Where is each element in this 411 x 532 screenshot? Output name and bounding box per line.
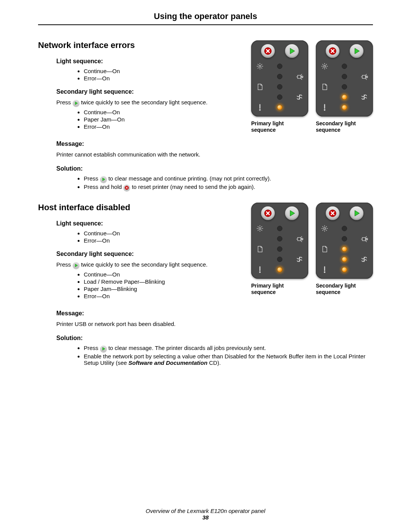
list-item: Continue—On bbox=[84, 68, 244, 74]
list-item: Error—On bbox=[84, 123, 244, 130]
ready-led bbox=[342, 64, 347, 69]
solution-list: Press to clear message and continue prin… bbox=[38, 175, 373, 191]
jam-led bbox=[342, 257, 347, 262]
list-item: Enable the network port by selecting a v… bbox=[84, 353, 373, 366]
continue-icon bbox=[73, 100, 80, 107]
section-heading: Host interface disabled bbox=[38, 203, 244, 212]
continue-icon bbox=[100, 345, 107, 352]
continue-icon bbox=[73, 262, 80, 269]
jam-icon bbox=[360, 255, 368, 264]
cancel-button bbox=[261, 44, 275, 58]
error-icon bbox=[320, 103, 329, 112]
paper-icon bbox=[256, 245, 264, 253]
cancel-button bbox=[326, 44, 339, 58]
continue-button bbox=[350, 44, 363, 58]
panel-caption: Secondary light sequence bbox=[316, 283, 373, 296]
paper-icon bbox=[256, 83, 264, 91]
toner-icon bbox=[295, 235, 304, 243]
list-item: Press to clear message. The printer disc… bbox=[84, 345, 373, 352]
list-item: Error—On bbox=[84, 237, 244, 244]
error-led bbox=[277, 105, 282, 110]
list-item: Continue—On bbox=[84, 230, 244, 236]
ready-icon bbox=[256, 62, 264, 70]
secondary-instruction: Press twice quickly to see the secondary… bbox=[56, 260, 244, 269]
message-label: Message: bbox=[56, 141, 373, 147]
continue-button bbox=[285, 206, 299, 220]
panel-caption: Primary light sequence bbox=[251, 283, 308, 296]
ready-icon bbox=[320, 62, 329, 70]
toner-led bbox=[342, 236, 347, 241]
light-sequence-list: Continue—On Error—On bbox=[38, 230, 244, 244]
error-led bbox=[342, 267, 347, 272]
list-item: Load / Remove Paper—Blinking bbox=[84, 278, 244, 285]
jam-led bbox=[277, 257, 282, 262]
cancel-button bbox=[261, 206, 275, 220]
solution-label: Solution: bbox=[56, 335, 373, 342]
section-heading: Network interface errors bbox=[38, 40, 244, 50]
list-item: Continue—On bbox=[84, 109, 244, 115]
paper-led bbox=[277, 84, 282, 89]
title-rule bbox=[38, 24, 373, 25]
list-item: Press and hold to reset printer (may nee… bbox=[84, 184, 373, 191]
page-footer: Overview of the Lexmark E120n operator p… bbox=[0, 508, 411, 521]
list-item: Press to clear message and continue prin… bbox=[84, 175, 373, 183]
ready-led bbox=[277, 226, 282, 231]
ready-led bbox=[342, 226, 347, 231]
cancel-icon bbox=[123, 184, 130, 191]
list-item: Paper Jam—Blinking bbox=[84, 286, 244, 292]
toner-led bbox=[342, 74, 347, 79]
toner-icon bbox=[360, 72, 368, 81]
secondary-sequence-label: Secondary light sequence: bbox=[56, 88, 244, 95]
jam-icon bbox=[295, 255, 304, 264]
paper-icon bbox=[320, 83, 329, 91]
paper-icon bbox=[320, 245, 329, 253]
cancel-button bbox=[326, 206, 339, 220]
footer-caption: Overview of the Lexmark E120n operator p… bbox=[146, 508, 265, 514]
paper-led bbox=[342, 246, 347, 252]
paper-led bbox=[277, 246, 282, 252]
error-led bbox=[342, 105, 347, 110]
list-item: Error—On bbox=[84, 75, 244, 81]
secondary-sequence-list: Continue—On Load / Remove Paper—Blinking… bbox=[38, 271, 244, 299]
jam-icon bbox=[295, 93, 304, 101]
jam-led bbox=[342, 94, 347, 100]
secondary-instruction: Press twice quickly to see the secondary… bbox=[56, 98, 244, 107]
continue-button bbox=[350, 206, 363, 220]
light-sequence-label: Light sequence: bbox=[56, 58, 244, 65]
toner-icon bbox=[295, 72, 304, 81]
operator-panel-secondary bbox=[316, 40, 373, 117]
operator-panel-primary bbox=[251, 40, 308, 117]
page-title: Using the operator panels bbox=[38, 11, 373, 21]
error-icon bbox=[320, 265, 329, 274]
continue-button bbox=[285, 44, 299, 58]
ready-led bbox=[277, 64, 282, 69]
page-number: 38 bbox=[0, 514, 411, 521]
toner-led bbox=[277, 236, 282, 241]
error-led bbox=[277, 267, 282, 272]
light-sequence-label: Light sequence: bbox=[56, 220, 244, 227]
solution-list: Press to clear message. The printer disc… bbox=[38, 345, 373, 366]
panel-caption: Primary light sequence bbox=[251, 120, 308, 133]
secondary-sequence-list: Continue—On Paper Jam—On Error—On bbox=[38, 109, 244, 130]
ready-icon bbox=[320, 224, 329, 233]
message-text: Printer cannot establish communication w… bbox=[56, 150, 373, 158]
list-item: Error—On bbox=[84, 293, 244, 299]
error-icon bbox=[256, 103, 264, 112]
error-icon bbox=[256, 265, 264, 274]
jam-icon bbox=[360, 93, 368, 101]
operator-panel-secondary bbox=[316, 203, 373, 279]
ready-icon bbox=[256, 224, 264, 233]
paper-led bbox=[342, 84, 347, 89]
message-text: Printer USB or network port has been dis… bbox=[56, 320, 373, 328]
list-item: Continue—On bbox=[84, 271, 244, 278]
toner-icon bbox=[360, 235, 368, 243]
toner-led bbox=[277, 74, 282, 79]
continue-icon bbox=[100, 176, 107, 183]
panel-caption: Secondary light sequence bbox=[316, 120, 373, 133]
solution-label: Solution: bbox=[56, 165, 373, 172]
list-item: Paper Jam—On bbox=[84, 116, 244, 123]
jam-led bbox=[277, 94, 282, 100]
light-sequence-list: Continue—On Error—On bbox=[38, 68, 244, 81]
operator-panel-primary bbox=[251, 203, 308, 279]
secondary-sequence-label: Secondary light sequence: bbox=[56, 251, 244, 257]
